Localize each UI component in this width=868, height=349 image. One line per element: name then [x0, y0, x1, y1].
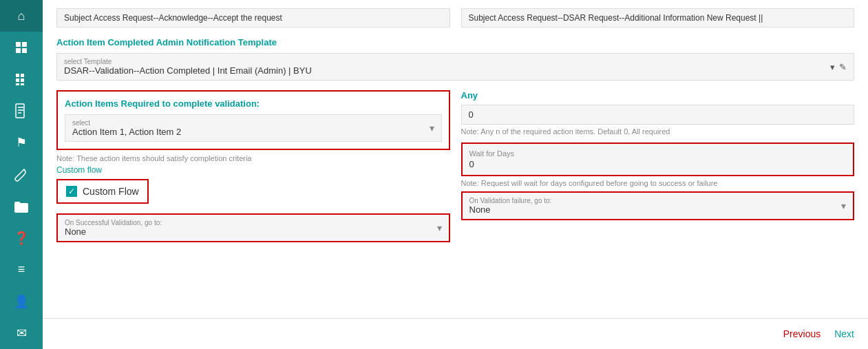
svg-rect-9 [21, 83, 24, 85]
custom-flow-checkbox[interactable]: ✓ [66, 186, 77, 197]
custom-flow-box: ✓ Custom Flow [56, 179, 149, 204]
on-success-chevron: ▾ [437, 222, 442, 233]
subject-right: Subject Access Request--DSAR Request--Ad… [461, 8, 855, 28]
mail-icon[interactable]: ✉ [0, 317, 43, 349]
action-items-value: Action Item 1, Action Item 2 [72, 127, 430, 137]
svg-rect-3 [22, 48, 27, 53]
custom-flow-label: Custom Flow [83, 186, 139, 197]
on-success-box: On Successful Validation, go to: None ▾ [56, 213, 450, 242]
grid-icon[interactable] [0, 63, 43, 95]
wait-for-days-label: Wait for Days [469, 149, 847, 158]
chevron-down-icon[interactable]: ▾ [830, 62, 835, 72]
sidebar: ⌂ ⚑ ❓ ≡ 👤 ✉ [0, 0, 43, 349]
dashboard-icon[interactable] [0, 32, 43, 63]
action-items-dropdown[interactable]: select Action Item 1, Action Item 2 ▾ [65, 114, 442, 142]
subject-row: Subject Access Request--Acknowledge--Acc… [56, 8, 854, 28]
col-left: Action Items Required to complete valida… [56, 90, 450, 242]
template-selector-inner: select Template DSAR--Validation--Action… [64, 58, 830, 76]
tools-icon[interactable] [0, 158, 43, 190]
svg-rect-7 [21, 78, 24, 82]
previous-button[interactable]: Previous [783, 328, 821, 339]
on-success-label: On Successful Validation, go to: [65, 219, 437, 226]
on-failure-inner: On Validation failure, go to: None [469, 197, 842, 215]
action-items-label: Action Items Required to complete valida… [65, 98, 442, 109]
svg-rect-6 [16, 78, 19, 82]
next-button[interactable]: Next [834, 328, 854, 339]
on-failure-label: On Validation failure, go to: [469, 197, 842, 204]
template-section: Action Item Completed Admin Notification… [56, 37, 854, 81]
list-icon[interactable]: ≡ [0, 254, 43, 286]
any-value: 0 [461, 105, 855, 125]
svg-rect-0 [16, 42, 21, 47]
wait-days-note: Note: Request will wait for days configu… [461, 179, 855, 187]
svg-rect-2 [16, 48, 21, 53]
svg-rect-8 [16, 83, 19, 85]
svg-rect-5 [21, 74, 24, 77]
svg-rect-10 [16, 104, 24, 118]
template-selector[interactable]: select Template DSAR--Validation--Action… [56, 53, 854, 81]
edit-icon[interactable]: ✎ [839, 62, 847, 72]
folder-icon[interactable] [0, 191, 43, 222]
on-failure-box: On Validation failure, go to: None ▾ [461, 191, 855, 220]
on-success-select[interactable]: On Successful Validation, go to: None ▾ [58, 215, 449, 241]
on-failure-select[interactable]: On Validation failure, go to: None ▾ [463, 193, 854, 219]
svg-rect-4 [16, 74, 19, 77]
svg-rect-1 [22, 42, 27, 47]
action-items-select-inner: select Action Item 1, Action Item 2 [72, 119, 430, 137]
flag-icon[interactable]: ⚑ [0, 127, 43, 158]
on-failure-value: None [469, 204, 842, 215]
subject-left: Subject Access Request--Acknowledge--Acc… [56, 8, 450, 28]
template-value: DSAR--Validation--Action Completed | Int… [64, 65, 830, 76]
action-items-note: Note: These action items should satisfy … [56, 154, 450, 162]
template-select-label: select Template [64, 58, 830, 65]
content-area: Subject Access Request--Acknowledge--Acc… [43, 0, 868, 318]
home-icon[interactable]: ⌂ [0, 0, 43, 32]
on-success-value: None [65, 226, 437, 237]
any-label: Any [461, 90, 855, 101]
col-right: Any 0 Note: Any n of the required action… [461, 90, 855, 242]
document-icon[interactable] [0, 95, 43, 127]
any-note: Note: Any n of the required action items… [461, 127, 855, 136]
custom-flow-link[interactable]: Custom flow [56, 165, 450, 175]
help-icon[interactable]: ❓ [0, 222, 43, 254]
on-success-inner: On Successful Validation, go to: None [65, 219, 437, 237]
template-controls: ▾ ✎ [830, 62, 847, 72]
on-failure-chevron: ▾ [841, 200, 846, 211]
main-content: Subject Access Request--Acknowledge--Acc… [43, 0, 868, 349]
bottom-bar: Previous Next [43, 318, 868, 349]
wait-for-days-box: Wait for Days 0 [461, 142, 855, 176]
action-items-select-label: select [72, 119, 430, 127]
two-col-layout: Action Items Required to complete valida… [56, 90, 854, 242]
template-section-label: Action Item Completed Admin Notification… [56, 37, 854, 47]
person-icon[interactable]: 👤 [0, 286, 43, 317]
action-items-box: Action Items Required to complete valida… [56, 90, 450, 150]
wait-for-days-value: 0 [469, 159, 847, 169]
action-items-chevron: ▾ [430, 123, 434, 134]
